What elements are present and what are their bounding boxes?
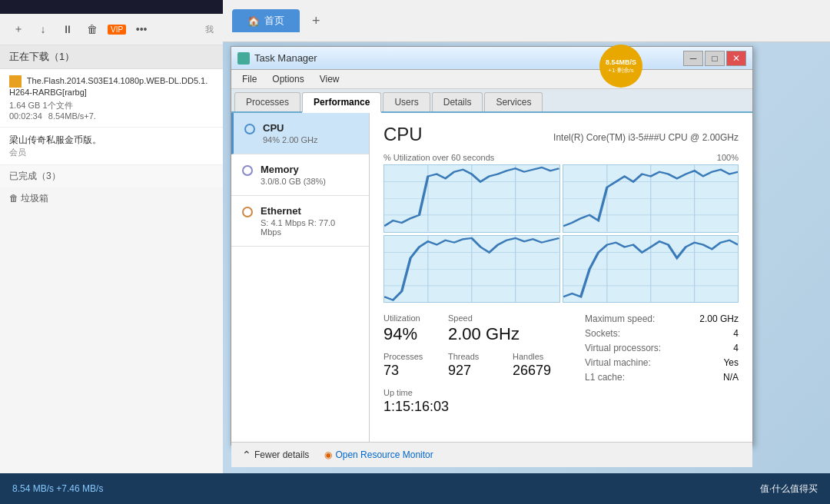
download-button[interactable]: ↓ (34, 20, 52, 38)
memory-detail: 3.0/8.0 GB (38%) (261, 177, 358, 186)
resource-item-cpu[interactable]: CPU 94% 2.00 GHz (231, 113, 369, 154)
handles-label: Handles (513, 352, 562, 361)
cpu-model: Intel(R) Core(TM) i3-5###U CPU @ 2.00GHz (553, 132, 739, 143)
memory-info: Memory 3.0/8.0 GB (38%) (261, 164, 358, 186)
titlebar-left: Task Manager (237, 52, 317, 65)
stats-left: Utilization 94% Speed 2.00 GHz Processes… (383, 313, 562, 415)
cpu-panel-title: CPU (383, 124, 423, 145)
tab-performance[interactable]: Performance (302, 92, 381, 113)
promo-badge: 会员 (9, 147, 214, 158)
uptime-value: 1:15:16:03 (383, 399, 562, 415)
promo-item[interactable]: 梁山传奇私服金币版。 会员 (0, 128, 223, 165)
open-resource-monitor-button[interactable]: ◉ Open Resource Monitor (324, 449, 433, 460)
resource-item-memory[interactable]: Memory 3.0/8.0 GB (38%) (231, 154, 369, 196)
virtual-machine-row: Virtual machine: Yes (585, 357, 739, 368)
task-manager-menubar: File Options View (231, 70, 752, 89)
resource-item-ethernet[interactable]: Ethernet S: 4.1 Mbps R: 77.0 Mbps (231, 196, 369, 247)
l1-cache-label: L1 cache: (585, 372, 625, 383)
top-strip (0, 0, 223, 14)
cpu-detail-panel: CPU Intel(R) Core(TM) i3-5###U CPU @ 2.0… (370, 113, 752, 442)
sockets-value: 4 (733, 328, 739, 339)
browser-tab-home[interactable]: 🏠 首页 (232, 9, 300, 32)
resource-list-panel: CPU 94% 2.00 GHz Memory 3.0/8.0 GB (38%)… (231, 113, 370, 442)
my-label: 我 (205, 24, 214, 35)
sockets-label: Sockets: (585, 328, 620, 339)
pause-button[interactable]: ⏸ (58, 20, 77, 38)
download-manager-panel: ＋ ↓ ⏸ 🗑 VIP ••• 我 正在下载（1） The.Flash.2014… (0, 0, 223, 504)
stats-right: Maximum speed: 2.00 GHz Sockets: 4 Virtu… (585, 313, 739, 415)
screen-bottom-bar: 8.54 MB/s +7.46 MB/s 值·什么值得买 (0, 473, 830, 504)
tab-processes[interactable]: Processes (234, 92, 300, 111)
task-manager-titlebar: Task Manager ─ □ ✕ (231, 47, 752, 70)
maximize-button[interactable]: □ (705, 51, 725, 66)
task-manager-title: Task Manager (254, 52, 317, 64)
ethernet-indicator (242, 207, 253, 217)
download-item[interactable]: The.Flash.2014.S03E14.1080p.WEB-DL.DD5.1… (0, 69, 223, 128)
speed-label: Speed (448, 313, 562, 323)
download-progress-row: 1.64 GB 1个文件 (9, 100, 214, 111)
task-manager-bottom: ⌃ Fewer details ◉ Open Resource Monitor (231, 442, 752, 467)
processes-value: 73 (383, 363, 433, 379)
new-tab-button[interactable]: + (306, 10, 327, 32)
utilization-label: Utilization (383, 313, 433, 323)
resource-monitor-icon: ◉ (324, 449, 332, 460)
stat-threads: Threads 927 (448, 352, 497, 379)
cpu-graph-4 (563, 235, 739, 303)
minimize-button[interactable]: ─ (683, 51, 703, 66)
trash-section: 🗑 垃圾箱 (0, 187, 223, 210)
stat-processes: Processes 73 (383, 352, 433, 379)
l1-cache-row: L1 cache: N/A (585, 372, 739, 383)
menu-options[interactable]: Options (264, 71, 311, 87)
max-speed-label: Maximum speed: (585, 313, 655, 324)
virtual-machine-value: Yes (723, 357, 739, 368)
virtual-processors-row: Virtual processors: 4 (585, 343, 739, 353)
cpu-name: CPU (263, 122, 358, 134)
cpu-graph-1 (383, 164, 560, 233)
task-manager-window: Task Manager ─ □ ✕ File Options View Pro… (231, 46, 753, 446)
virtual-machine-label: Virtual machine: (585, 357, 651, 368)
menu-view[interactable]: View (312, 71, 347, 87)
more-button[interactable]: ••• (132, 20, 151, 38)
fewer-details-button[interactable]: ⌃ Fewer details (242, 449, 309, 461)
vip-badge: VIP (108, 25, 126, 35)
download-time-row: 00:02:34 8.54MB/s+7. (9, 111, 214, 121)
downloading-header: 正在下载（1） (0, 45, 223, 69)
uptime-label: Up time (383, 388, 562, 397)
handles-value: 26679 (513, 363, 562, 379)
home-icon: 🏠 (247, 15, 260, 27)
close-button[interactable]: ✕ (726, 51, 746, 66)
memory-name: Memory (261, 164, 358, 175)
delete-button[interactable]: 🗑 (83, 20, 101, 38)
speed-value: 2.00 GHz (448, 324, 562, 344)
speed-badge: 8.54MB/S +1·剩余/s (599, 45, 642, 88)
tab-services[interactable]: Services (484, 92, 543, 111)
window-controls: ─ □ ✕ (683, 51, 746, 66)
download-toolbar: ＋ ↓ ⏸ 🗑 VIP ••• 我 (0, 14, 223, 45)
tab-details[interactable]: Details (432, 92, 483, 111)
cpu-graph-3 (383, 235, 560, 303)
ethernet-detail: S: 4.1 Mbps R: 77.0 Mbps (261, 218, 358, 237)
ethernet-name: Ethernet (261, 205, 358, 217)
stat-uptime: Up time 1:15:16:03 (383, 388, 562, 415)
max-speed-row: Maximum speed: 2.00 GHz (585, 313, 739, 324)
tab-users[interactable]: Users (383, 92, 430, 111)
l1-cache-value: N/A (723, 372, 739, 383)
completed-section: 已完成（3） (0, 165, 223, 187)
cpu-header: CPU Intel(R) Core(TM) i3-5###U CPU @ 2.0… (383, 124, 739, 145)
graph-label-row: % Utilization over 60 seconds 100% (383, 153, 739, 162)
browser-toolbar: 🏠 首页 + (223, 0, 830, 42)
ethernet-info: Ethernet S: 4.1 Mbps R: 77.0 Mbps (261, 205, 358, 237)
bottom-speed-text: 8.54 MB/s +7.46 MB/s (12, 483, 103, 494)
add-download-button[interactable]: ＋ (9, 20, 28, 38)
virtual-processors-label: Virtual processors: (585, 343, 661, 353)
stat-utilization: Utilization 94% (383, 313, 433, 344)
cpu-graph-2 (563, 164, 739, 233)
stat-speed: Speed 2.00 GHz (448, 313, 562, 344)
menu-file[interactable]: File (234, 71, 264, 87)
cpu-detail: 94% 2.00 GHz (263, 135, 358, 144)
utilization-value: 94% (383, 324, 433, 344)
stats-section: Utilization 94% Speed 2.00 GHz Processes… (383, 313, 739, 415)
promo-text: 梁山传奇私服金币版。 (9, 134, 214, 147)
cpu-info: CPU 94% 2.00 GHz (263, 122, 358, 144)
stat-handles: Handles 26679 (513, 352, 562, 379)
